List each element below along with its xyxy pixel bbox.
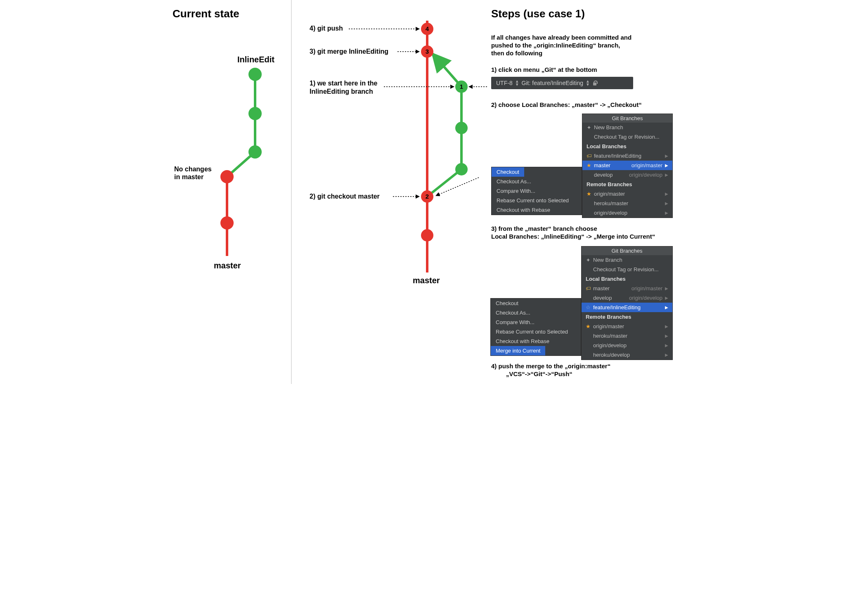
- chevron-right-icon: ▶: [665, 163, 668, 168]
- panel-title: Git Branches: [582, 246, 672, 255]
- svg-point-22: [421, 229, 433, 242]
- svg-point-4: [220, 170, 234, 183]
- mid-step2-label: 2) git checkout master: [310, 193, 380, 200]
- local-branch-item[interactable]: ★master origin/master▶: [582, 161, 672, 170]
- svg-point-7: [248, 68, 262, 81]
- chevron-right-icon: ▶: [665, 353, 668, 357]
- right-step4: 4) push the merge to the „origin:master“…: [491, 362, 610, 378]
- local-branches-header: Local Branches: [582, 274, 672, 284]
- tag-icon: 🏷: [587, 153, 591, 159]
- chevron-right-icon: ▶: [665, 154, 668, 158]
- remote-branches-header: Remote Branches: [582, 312, 672, 322]
- left-git-graph: [165, 33, 289, 264]
- right-step2: 2) choose Local Branches: „master“ -> „C…: [491, 101, 642, 109]
- remote-branch-item[interactable]: origin/develop ▶: [582, 341, 672, 350]
- context-menu-item[interactable]: Compare With...: [492, 186, 582, 196]
- chevron-right-icon: ▶: [665, 173, 668, 177]
- plus-icon: +: [586, 257, 591, 263]
- git-branch-selector[interactable]: Git: feature/InlineEditing ▲▼: [522, 80, 590, 86]
- svg-line-28: [436, 178, 479, 196]
- ide-statusbar[interactable]: UTF-8 ▲▼ Git: feature/InlineEditing ▲▼: [491, 77, 633, 89]
- context-menu-item[interactable]: Compare With...: [491, 317, 581, 327]
- git-branches-panel-b[interactable]: Git Branches +New Branch Checkout Tag or…: [581, 246, 673, 360]
- remote-branch-item[interactable]: ★origin/master ▶: [582, 189, 672, 199]
- new-branch-item[interactable]: +New Branch: [582, 255, 672, 265]
- right-step1: 1) click on menu „Git“ at the bottom: [491, 66, 597, 74]
- local-branches-header: Local Branches: [582, 142, 672, 151]
- context-menu-a[interactable]: CheckoutCheckout As...Compare With...Reb…: [491, 167, 582, 215]
- page: Current state InlineEdit master No chang…: [161, 0, 681, 384]
- right-step3: 3) from the „master“ branch chooseLocal …: [491, 225, 655, 241]
- remote-branch-item[interactable]: ★origin/master ▶: [582, 322, 672, 331]
- chevron-right-icon: ▶: [665, 286, 668, 291]
- local-branch-item[interactable]: develop origin/develop▶: [582, 293, 672, 303]
- chevron-right-icon: ▶: [665, 343, 668, 348]
- context-menu-item[interactable]: Rebase Current onto Selected: [491, 327, 581, 336]
- svg-text:4: 4: [426, 25, 429, 32]
- encoding-selector[interactable]: UTF-8 ▲▼: [496, 80, 519, 86]
- svg-point-18: [455, 122, 468, 134]
- chevron-right-icon: ▶: [665, 334, 668, 338]
- chevron-right-icon: ▶: [665, 211, 668, 215]
- context-menu-item[interactable]: Checkout: [491, 299, 581, 308]
- left-note: No changesin master: [174, 165, 212, 181]
- chevron-right-icon: ▶: [665, 201, 668, 206]
- local-branch-item[interactable]: 🏷feature/InlineEditing ▶: [582, 151, 672, 161]
- tag-icon: 🏷: [586, 285, 591, 291]
- column-divider: [291, 0, 292, 384]
- star-icon: ★: [587, 191, 591, 197]
- local-branch-item[interactable]: ☆feature/InlineEditing ▶: [582, 303, 672, 312]
- chevron-right-icon: ▶: [665, 324, 668, 329]
- lock-icon: [592, 80, 597, 86]
- chevron-right-icon: ▶: [665, 296, 668, 300]
- svg-text:1: 1: [460, 83, 463, 90]
- context-menu-item[interactable]: Checkout with Rebase: [491, 336, 581, 346]
- checkout-tag-item[interactable]: Checkout Tag or Revision...: [582, 132, 672, 142]
- context-menu-item[interactable]: Checkout with Rebase: [492, 205, 582, 215]
- remote-branch-item[interactable]: origin/develop ▶: [582, 208, 672, 218]
- remote-branch-item[interactable]: heroku/master ▶: [582, 199, 672, 208]
- star-icon: ★: [587, 162, 591, 168]
- mid-master-label: master: [413, 276, 440, 285]
- mid-step1-label: 1) we start here in theInlineEditing bra…: [310, 79, 378, 96]
- left-feature-label: InlineEdit: [237, 55, 274, 64]
- left-master-label: master: [214, 261, 241, 270]
- chevron-right-icon: ▶: [665, 305, 668, 310]
- context-menu-item[interactable]: Checkout As...: [491, 308, 581, 317]
- context-menu-item[interactable]: Checkout As...: [492, 177, 582, 186]
- git-branches-panel-a[interactable]: Git Branches +New Branch Checkout Tag or…: [582, 114, 673, 218]
- updown-icon: ▲▼: [586, 80, 590, 86]
- left-title: Current state: [173, 7, 239, 20]
- remote-branches-header: Remote Branches: [582, 180, 672, 189]
- mid-step3-label: 3) git merge InlineEditing: [310, 48, 388, 55]
- star-icon: ★: [586, 323, 591, 329]
- context-menu-item[interactable]: Merge into Current: [491, 346, 545, 355]
- context-menu-b[interactable]: CheckoutCheckout As...Compare With...Reb…: [490, 298, 581, 356]
- svg-text:3: 3: [426, 48, 429, 55]
- right-intro: If all changes have already been committ…: [491, 34, 632, 57]
- remote-branch-item[interactable]: heroku/develop ▶: [582, 350, 672, 360]
- svg-text:2: 2: [426, 193, 429, 200]
- svg-line-11: [433, 54, 461, 87]
- chevron-right-icon: ▶: [665, 192, 668, 196]
- panel-title: Git Branches: [582, 114, 672, 123]
- right-title: Steps (use case 1): [491, 7, 585, 20]
- new-branch-item[interactable]: +New Branch: [582, 123, 672, 132]
- plus-icon: +: [587, 124, 591, 130]
- local-branch-item[interactable]: develop origin/develop▶: [582, 170, 672, 180]
- star-outline-icon: ☆: [586, 304, 591, 310]
- checkout-tag-item[interactable]: Checkout Tag or Revision...: [582, 265, 672, 274]
- svg-point-3: [220, 216, 234, 230]
- svg-point-19: [455, 163, 468, 175]
- local-branch-item[interactable]: 🏷master origin/master▶: [582, 284, 672, 293]
- remote-branch-item[interactable]: heroku/master ▶: [582, 331, 672, 341]
- updown-icon: ▲▼: [515, 80, 519, 86]
- svg-point-6: [248, 107, 262, 120]
- context-menu-item[interactable]: Checkout: [492, 167, 524, 177]
- mid-step4-label: 4) git push: [310, 25, 343, 32]
- context-menu-item[interactable]: Rebase Current onto Selected: [492, 196, 582, 205]
- svg-point-5: [248, 145, 262, 159]
